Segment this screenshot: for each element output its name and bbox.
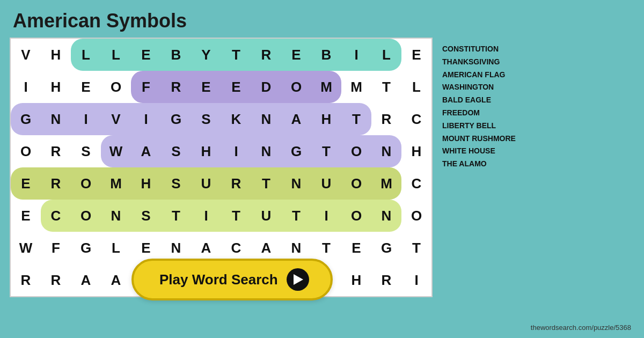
grid-cell: I	[401, 264, 431, 296]
cell-letter: U	[311, 167, 341, 200]
cell-letter: C	[401, 167, 431, 200]
grid-cell: E	[221, 71, 251, 103]
cell-letter: R	[41, 135, 71, 167]
cell-letter: I	[401, 264, 431, 296]
grid-cell: N	[251, 135, 281, 167]
grid-cell: I	[221, 135, 251, 167]
cell-letter: F	[41, 232, 71, 264]
grid-cell: B	[161, 39, 191, 71]
cell-letter: K	[221, 103, 251, 135]
grid-cell: T	[371, 71, 401, 103]
word-list: CONSTITUTION THANKSGIVING AMERICAN FLAG …	[433, 38, 525, 297]
grid-cell: O	[71, 167, 101, 200]
cell-letter: W	[101, 135, 131, 167]
grid-cell: R	[251, 39, 281, 71]
cell-letter: S	[71, 135, 101, 167]
cell-letter: N	[101, 200, 131, 232]
cell-letter: H	[341, 264, 371, 296]
grid-cell: W	[101, 135, 131, 167]
play-button-label: Play Word Search	[159, 271, 278, 288]
grid-cell: O	[341, 167, 371, 200]
grid-cell: B	[311, 39, 341, 71]
cell-letter: V	[11, 39, 41, 71]
grid-cell: G	[11, 103, 41, 135]
cell-letter: C	[41, 200, 71, 232]
grid-cell: R	[371, 264, 401, 296]
cell-letter: G	[281, 135, 311, 167]
grid-cell: H	[311, 103, 341, 135]
cell-letter: V	[101, 103, 131, 135]
grid-cell: A	[131, 135, 161, 167]
cell-letter: E	[221, 71, 251, 103]
cell-letter: L	[101, 39, 131, 71]
grid-cell: T	[221, 39, 251, 71]
grid-cell: T	[281, 200, 311, 232]
cell-letter: A	[281, 103, 311, 135]
word-item: THANKSGIVING	[442, 56, 516, 69]
grid-cell: U	[311, 167, 341, 200]
grid-cell: I	[311, 200, 341, 232]
grid-cell: M	[341, 71, 371, 103]
cell-letter: G	[161, 103, 191, 135]
cell-letter: N	[371, 200, 401, 232]
grid-cell: E	[341, 232, 371, 264]
word-item: BALD EAGLE	[442, 94, 516, 107]
grid-cell: K	[221, 103, 251, 135]
grid-cell: W	[11, 232, 41, 264]
grid-cell: O	[341, 135, 371, 167]
cell-letter: A	[71, 264, 101, 296]
cell-letter: U	[191, 167, 221, 200]
grid-cell: E	[401, 39, 431, 71]
word-item: MOUNT RUSHMORE	[442, 133, 516, 145]
grid-cell: U	[191, 167, 221, 200]
grid-cell: O	[101, 71, 131, 103]
grid-cell: T	[341, 103, 371, 135]
cell-letter: E	[131, 39, 161, 71]
grid-cell: R	[221, 167, 251, 200]
grid-cell: O	[281, 71, 311, 103]
grid-cell: F	[131, 71, 161, 103]
grid-cell: E	[281, 39, 311, 71]
cell-letter: O	[71, 167, 101, 200]
grid-cell: H	[341, 264, 371, 296]
grid-cell: E	[71, 71, 101, 103]
grid-cell: N	[41, 103, 71, 135]
cell-letter: O	[11, 135, 41, 167]
grid-cell: R	[41, 167, 71, 200]
cell-letter: H	[41, 39, 71, 71]
grid-cell: H	[41, 39, 71, 71]
play-word-search-button[interactable]: Play Word Search	[131, 259, 333, 300]
cell-letter: E	[11, 167, 41, 200]
grid-cell: L	[71, 39, 101, 71]
grid-cell: L	[101, 232, 131, 264]
grid-cell: T	[311, 135, 341, 167]
cell-letter: U	[251, 200, 281, 232]
cell-letter: I	[71, 103, 101, 135]
grid-cell: R	[41, 264, 71, 296]
cell-letter: R	[41, 264, 71, 296]
word-item: FREEDOM	[442, 107, 516, 120]
grid-cell: S	[71, 135, 101, 167]
grid-cell: R	[371, 103, 401, 135]
cell-letter: E	[281, 39, 311, 71]
grid-cell: A	[101, 264, 131, 296]
grid-cell: S	[161, 167, 191, 200]
grid-cell: N	[251, 103, 281, 135]
grid-cell: O	[11, 135, 41, 167]
cell-letter: E	[11, 200, 41, 232]
cell-letter: H	[191, 135, 221, 167]
grid-cell: S	[131, 200, 161, 232]
cell-letter: O	[401, 200, 431, 232]
cell-letter: H	[41, 71, 71, 103]
cell-letter: M	[101, 167, 131, 200]
word-item: AMERICAN FLAG	[442, 69, 516, 82]
cell-letter: I	[311, 200, 341, 232]
grid-cell: C	[401, 103, 431, 135]
cell-letter: F	[131, 71, 161, 103]
cell-letter: I	[191, 200, 221, 232]
grid-cell: I	[191, 200, 221, 232]
cell-letter: T	[281, 200, 311, 232]
grid-cell: U	[251, 200, 281, 232]
cell-letter: H	[131, 167, 161, 200]
grid-cell: G	[161, 103, 191, 135]
